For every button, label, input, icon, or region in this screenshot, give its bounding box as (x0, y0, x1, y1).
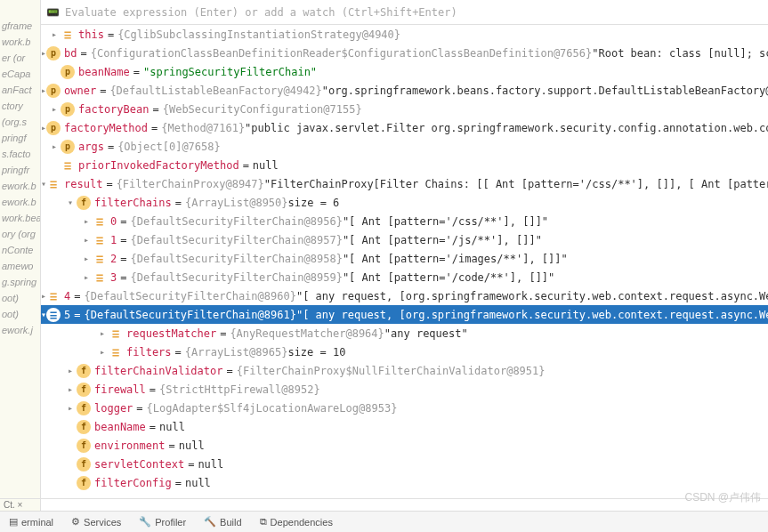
variable-name: beanName (94, 421, 146, 433)
bottom-tab-profiler[interactable]: 🔧Profiler (130, 516, 195, 528)
tree-node[interactable]: ▾ffilterChains={ArrayList@8950} size = 6 (41, 193, 768, 212)
variable-name: owner (64, 85, 96, 97)
variable-value: "[ Ant [pattern='/images/**'], []]" (343, 253, 568, 265)
variable-name: requestMatcher (126, 327, 216, 340)
chevron-right-icon[interactable]: ▸ (80, 254, 93, 263)
bottom-tab-erminal[interactable]: ▤erminal (0, 516, 62, 528)
variable-type: {ArrayList@8950} (185, 197, 288, 209)
chevron-right-icon[interactable]: ▸ (64, 403, 77, 413)
object-badge-icon: ≡ (93, 252, 107, 266)
tree-node[interactable]: ▸≡requestMatcher={AnyRequestMatcher@8964… (41, 324, 768, 343)
variable-value: null (179, 439, 205, 452)
chevron-down-icon[interactable]: ▾ (64, 197, 77, 207)
chevron-right-icon[interactable]: ▸ (96, 347, 109, 357)
tree-node[interactable]: ffilterConfig= null (41, 473, 768, 492)
stack-frame-fragment: pringf (0, 130, 40, 146)
object-badge-icon: ≡ (61, 28, 75, 42)
tree-node[interactable]: ▸≡1={DefaultSecurityFilterChain@8957} "[… (41, 230, 768, 249)
field-badge-icon: f (77, 420, 91, 434)
stack-frame-fragment: ework.b (0, 178, 40, 194)
parameter-badge-icon: p (46, 46, 61, 60)
variable-value: "[ any request, [org.springframework.sec… (296, 290, 768, 302)
tree-node[interactable]: fbeanName= null (41, 417, 768, 436)
tree-node[interactable]: ▸≡this={CglibSubclassingInstantiationStr… (41, 25, 768, 44)
tree-node[interactable]: ▸pfactoryBean={WebSecurityConfiguration@… (41, 100, 768, 118)
bottom-tab-dependencies[interactable]: ⧉Dependencies (251, 516, 342, 528)
field-badge-icon: f (77, 476, 91, 490)
variable-value: null (159, 421, 185, 433)
variable-name: filterConfig (94, 477, 172, 489)
stack-frame-fragment: gframe (0, 18, 40, 34)
dependencies-icon: ⧉ (260, 516, 267, 528)
variable-name: 1 (110, 234, 117, 246)
stack-frame-fragment: ory (org (0, 226, 40, 242)
variable-value: "any request" (384, 327, 468, 340)
variable-type: {DefaultListableBeanFactory@4942} (109, 85, 321, 97)
variable-name: filterChains (94, 197, 172, 209)
variable-value: "Root bean: class [null]; scope=singleto (592, 47, 768, 60)
variable-type: {DefaultSecurityFilterChain@8959} (130, 271, 342, 284)
variables-tree[interactable]: ▸≡this={CglibSubclassingInstantiationStr… (41, 25, 768, 498)
tree-node[interactable]: fservletContext= null (41, 455, 768, 473)
object-badge-icon: ≡ (109, 345, 123, 359)
stack-frame-fragment: oot) (0, 306, 40, 322)
bottom-toolbar: ▤erminal⚙Services🔧Profiler🔨Build⧉Depende… (0, 511, 768, 532)
chevron-right-icon[interactable]: ▸ (48, 141, 61, 151)
parameter-badge-icon: p (46, 121, 61, 135)
tab-label[interactable]: Ct. × (4, 500, 22, 510)
chevron-right-icon[interactable]: ▸ (80, 272, 93, 282)
tree-node[interactable]: ▸ffilterChainValidator={FilterChainProxy… (41, 361, 768, 380)
tree-node[interactable]: ≡priorInvokedFactoryMethod= null (41, 156, 768, 174)
tree-node[interactable]: ▸≡0={DefaultSecurityFilterChain@8956} "[… (41, 212, 768, 230)
build-icon: 🔨 (204, 516, 216, 528)
bottom-tab-services[interactable]: ⚙Services (62, 516, 130, 528)
expression-eval-bar[interactable]: 📟 Evaluate expression (Enter) or add a w… (41, 0, 768, 25)
tree-node[interactable]: ▸powner={DefaultListableBeanFactory@4942… (41, 81, 768, 100)
field-badge-icon: f (77, 364, 91, 378)
services-icon: ⚙ (71, 516, 80, 528)
bottom-tab-build[interactable]: 🔨Build (195, 516, 250, 528)
variable-value: "org.springframework.beans.factory.suppo… (322, 85, 768, 97)
chevron-right-icon[interactable]: ▸ (80, 216, 93, 226)
tree-node[interactable]: fenvironment= null (41, 436, 768, 455)
parameter-badge-icon: p (61, 140, 75, 154)
chevron-right-icon[interactable]: ▸ (48, 29, 61, 39)
tree-node[interactable]: ▸flogger={LogAdapter$Slf4jLocationAwareL… (41, 399, 768, 417)
tree-node[interactable]: ▸≡filters={ArrayList@8965} size = 10 (41, 343, 768, 361)
variable-name: factoryBean (78, 103, 149, 116)
tree-node[interactable]: ▸pargs={Object[0]@7658} (41, 137, 768, 156)
tree-node[interactable]: ▸≡3={DefaultSecurityFilterChain@8959} "[… (41, 268, 768, 286)
variable-name: logger (94, 402, 133, 415)
chevron-right-icon[interactable]: ▸ (48, 104, 61, 114)
tree-node[interactable]: ▸≡2={DefaultSecurityFilterChain@8958} "[… (41, 249, 768, 268)
tree-node[interactable]: ▸ffirewall={StrictHttpFirewall@8952} (41, 380, 768, 399)
erminal-icon: ▤ (9, 516, 18, 528)
variable-name: firewall (94, 383, 146, 396)
stack-frame-fragment: work.b (0, 34, 40, 50)
field-badge-icon: f (77, 401, 91, 415)
variable-name: factoryMethod (64, 122, 148, 134)
tree-node[interactable]: ▾≡5={DefaultSecurityFilterChain@8961} "[… (41, 305, 768, 324)
chevron-right-icon[interactable]: ▸ (64, 384, 77, 394)
variable-name: 5 (64, 309, 70, 321)
tree-node[interactable]: ▸pbd={ConfigurationClassBeanDefinitionRe… (41, 44, 768, 62)
chevron-right-icon[interactable]: ▸ (96, 328, 109, 338)
chevron-right-icon[interactable]: ▸ (64, 366, 77, 375)
variable-value: "springSecurityFilterChain" (143, 66, 317, 78)
object-badge-icon: ≡ (93, 233, 107, 247)
stack-frame-fragment: er (or (0, 50, 40, 66)
variable-type: {DefaultSecurityFilterChain@8956} (130, 215, 342, 228)
variable-value: "[ Ant [pattern='/js/**'], []]" (343, 234, 542, 246)
tree-node[interactable]: ▸≡4={DefaultSecurityFilterChain@8960} "[… (41, 286, 768, 305)
variable-type: {ConfigurationClassBeanDefinitionReader$… (91, 47, 593, 60)
tree-node[interactable]: ▾≡result={FilterChainProxy@8947} "Filter… (41, 174, 768, 193)
stack-frame-fragment: ctory (0, 98, 40, 114)
chevron-right-icon[interactable]: ▸ (80, 235, 93, 245)
variable-name: 4 (64, 290, 70, 302)
tree-node[interactable]: ▸pfactoryMethod={Method@7161} "public ja… (41, 118, 768, 137)
stack-frame-fragment: s.facto (0, 146, 40, 162)
stack-frame-fragment: amewo (0, 258, 40, 274)
tree-node[interactable]: pbeanName= "springSecurityFilterChain" (41, 62, 768, 81)
stack-frame-fragment: ework.b (0, 194, 40, 210)
variable-type: {StrictHttpFirewall@8952} (159, 383, 320, 396)
